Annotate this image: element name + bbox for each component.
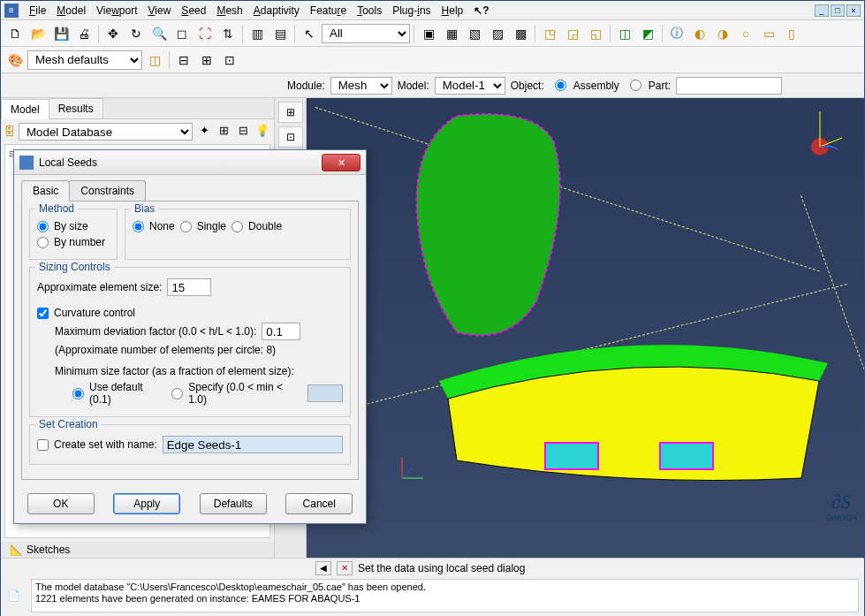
bias-none-radio[interactable] (133, 221, 144, 232)
bias-single-radio[interactable] (180, 221, 192, 232)
palette-icon[interactable]: 🎨 (4, 49, 26, 71)
btn-b-icon[interactable]: ⊞ (196, 49, 217, 71)
bias-double-radio[interactable] (231, 221, 243, 232)
dialog-icon (19, 156, 34, 170)
vp4-icon[interactable]: ▨ (487, 23, 508, 44)
module-select[interactable]: Mesh (330, 77, 392, 95)
approx-per-circle-label: (Approximate number of elements per circ… (55, 344, 276, 356)
db-select[interactable]: Model Database (19, 123, 193, 141)
apply-button[interactable]: Apply (113, 493, 180, 514)
close-button[interactable]: × (846, 4, 861, 17)
menu-help[interactable]: Help (436, 3, 469, 19)
sketches-icon: 📐 (10, 544, 23, 556)
filter-select[interactable]: All (322, 24, 410, 43)
persp1-icon[interactable]: ◫ (614, 23, 635, 44)
iso3-icon[interactable]: ◱ (585, 23, 606, 44)
print-icon[interactable]: 🖨 (73, 23, 95, 44)
rotate-icon[interactable]: ↻ (125, 23, 147, 44)
dialog-titlebar[interactable]: Local Seeds ✕ (14, 150, 366, 175)
menu-viewport[interactable]: Viewport (91, 3, 143, 19)
save-icon[interactable]: 💾 (50, 23, 72, 44)
tab-results[interactable]: Results (49, 98, 103, 118)
tab-model[interactable]: Model (1, 99, 49, 119)
layer1-icon[interactable]: ◐ (689, 23, 710, 44)
btn-c-icon[interactable]: ⊡ (219, 49, 240, 71)
menu-tools[interactable]: Tools (352, 3, 387, 19)
create-set-checkbox[interactable] (37, 439, 49, 451)
viewport[interactable]: ∂S SIMULIA (307, 98, 864, 558)
tab-basic[interactable]: Basic (21, 180, 70, 202)
iso2-icon[interactable]: ◲ (562, 23, 583, 44)
tree-btn3-icon[interactable]: ⊟ (235, 124, 251, 140)
menu-file[interactable]: File (24, 3, 51, 19)
minimize-button[interactable]: _ (815, 4, 829, 17)
create-set-input[interactable] (163, 436, 343, 453)
layer5-icon[interactable]: ▯ (781, 23, 802, 44)
vp3-icon[interactable]: ▧ (464, 23, 485, 44)
mesh-part-seat (430, 328, 837, 487)
part-input[interactable] (676, 77, 782, 95)
db-icon: 🗄 (4, 125, 15, 138)
persp2-icon[interactable]: ◩ (637, 23, 658, 44)
cancel-button[interactable]: Cancel (285, 493, 353, 514)
vp1-icon[interactable]: ▣ (418, 23, 439, 44)
local-seeds-dialog: Local Seeds ✕ Basic Constraints Method B… (13, 149, 367, 524)
approx-size-input[interactable] (167, 278, 211, 296)
tool-1[interactable]: ⊞ (278, 102, 303, 123)
rail2-icon[interactable]: ▤ (269, 23, 291, 44)
message-area: The model database "C:\Users\Francesco\D… (31, 579, 859, 612)
vp2-icon[interactable]: ▦ (441, 23, 462, 44)
ok-button[interactable]: OK (27, 493, 95, 514)
menu-feature[interactable]: Feature (305, 3, 352, 19)
object-assembly-radio[interactable] (555, 80, 566, 91)
cycle-icon[interactable]: ⇅ (217, 23, 239, 44)
box-icon[interactable]: ◫ (144, 49, 165, 71)
layer4-icon[interactable]: ▭ (758, 23, 779, 44)
menu-view[interactable]: View (143, 3, 177, 19)
btn-a-icon[interactable]: ⊟ (173, 49, 194, 71)
tool-2[interactable]: ⊡ (278, 126, 303, 148)
defaults-button[interactable]: Defaults (200, 493, 267, 514)
layer3-icon[interactable]: ○ (735, 23, 756, 44)
model-select[interactable]: Model-1 (435, 77, 505, 95)
simulia-logo: ∂S SIMULIA (825, 491, 857, 522)
rail1-icon[interactable]: ▥ (247, 23, 268, 44)
iso1-icon[interactable]: ◳ (539, 23, 560, 44)
new-icon[interactable]: 🗋 (4, 23, 26, 44)
tree-btn1-icon[interactable]: ✦ (196, 124, 212, 140)
box-zoom-icon[interactable]: ◻ (171, 23, 193, 44)
prompt-cancel[interactable]: ✕ (337, 561, 353, 575)
tree-btn2-icon[interactable]: ⊞ (216, 124, 231, 140)
tab-constraints[interactable]: Constraints (69, 180, 146, 202)
open-icon[interactable]: 📂 (27, 23, 49, 44)
curvature-checkbox[interactable] (37, 308, 49, 319)
object-part-radio[interactable] (630, 80, 641, 91)
by-size-radio[interactable] (37, 221, 49, 232)
zoom-icon[interactable]: 🔍 (148, 23, 170, 44)
sketches-node[interactable]: Sketches (27, 544, 70, 556)
pan-icon[interactable]: ✥ (102, 23, 124, 44)
info-icon[interactable]: ⓘ (666, 23, 687, 44)
maximize-button[interactable]: □ (831, 4, 845, 17)
menu-plugins[interactable]: Plug-ins (387, 3, 436, 19)
layer2-icon[interactable]: ◑ (712, 23, 733, 44)
by-number-radio[interactable] (37, 237, 49, 248)
menu-model[interactable]: Model (51, 3, 91, 19)
module-label: Module: (287, 80, 325, 92)
whats-this-icon[interactable]: ↖? (468, 3, 494, 19)
menu-mesh[interactable]: Mesh (211, 3, 247, 19)
prompt-back[interactable]: ◀ (315, 561, 331, 575)
svg-rect-0 (545, 443, 598, 469)
tree-bulb-icon[interactable]: 💡 (254, 124, 270, 140)
minsize-label: Minimum size factor (as a fraction of el… (55, 365, 294, 377)
vp5-icon[interactable]: ▩ (510, 23, 531, 44)
select-icon[interactable]: ↖ (299, 23, 320, 44)
dialog-close-button[interactable]: ✕ (322, 154, 360, 171)
fit-icon[interactable]: ⛶ (194, 23, 216, 44)
mesh-defaults-select[interactable]: Mesh defaults (27, 50, 142, 70)
maxdev-input[interactable] (262, 323, 300, 340)
use-default-radio[interactable] (72, 388, 84, 399)
menu-adaptivity[interactable]: Adaptivity (248, 3, 305, 19)
menu-seed[interactable]: Seed (176, 3, 211, 19)
specify-radio[interactable] (171, 388, 183, 399)
